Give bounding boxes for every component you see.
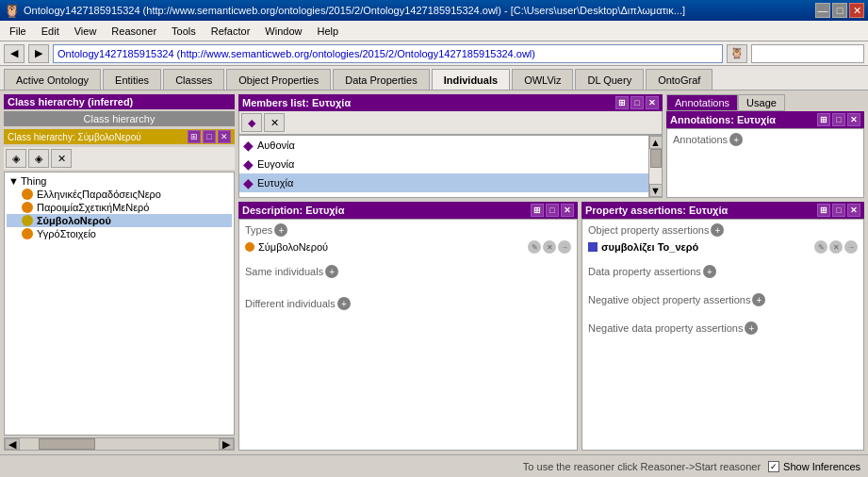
ann-icon1[interactable]: ⊞ [817, 113, 830, 126]
add-object-prop-button[interactable]: + [711, 223, 724, 237]
add-class-button[interactable]: ◈ [6, 149, 26, 168]
show-inferences-checkbox[interactable] [768, 461, 779, 472]
tab-usage[interactable]: Usage [738, 94, 785, 111]
tab-ontograf[interactable]: OntoGraf [646, 69, 712, 90]
menu-help[interactable]: Help [309, 24, 346, 39]
subclass-icon: ◈ [35, 153, 42, 165]
tab-annotations[interactable]: Annotations [666, 94, 738, 111]
scroll-up-icon: ▲ [650, 137, 661, 148]
bottom-right: Description: Ευτυχία ⊞ □ ✕ Types + Σύμβο… [238, 202, 864, 451]
menu-view[interactable]: View [67, 24, 105, 39]
class-hierarchy-icon2[interactable]: □ [203, 130, 216, 143]
tree-item-2[interactable]: ΣύμβολοΝερού [7, 214, 232, 227]
add-neg-data-button[interactable]: + [745, 321, 758, 335]
desc-icon2[interactable]: □ [546, 204, 559, 217]
add-data-prop-button[interactable]: + [703, 265, 716, 278]
menu-edit[interactable]: Edit [34, 24, 67, 39]
forward-button[interactable]: ▶ [28, 44, 49, 63]
type-delete-button[interactable]: ✕ [543, 240, 556, 254]
tab-object-properties[interactable]: Object Properties [226, 69, 331, 90]
scroll-down-icon: ▼ [650, 185, 661, 196]
delete-icon: ✕ [57, 153, 66, 165]
titlebar: 🦉 Ontology1427185915324 (http://www.sema… [0, 0, 868, 21]
member-item-1[interactable]: ◆ Ευγονία [239, 155, 648, 173]
type-nav-button[interactable]: → [558, 240, 571, 254]
members-scrollbar[interactable]: ▲ ▼ [648, 136, 662, 197]
minimize-button[interactable]: — [815, 3, 830, 18]
address-input[interactable] [53, 44, 723, 63]
class-hierarchy-icon3[interactable]: ✕ [218, 130, 231, 143]
members-icon1[interactable]: ⊞ [615, 96, 629, 109]
data-prop-section: Data property assertions + [584, 263, 861, 280]
annotations-content: Annotations + [666, 128, 864, 198]
tab-classes[interactable]: Classes [163, 69, 224, 90]
menu-refactor[interactable]: Refactor [204, 24, 258, 39]
add-same-button[interactable]: + [325, 265, 338, 278]
prop-edit-button[interactable]: ✎ [814, 240, 827, 254]
menu-window[interactable]: Window [257, 24, 309, 39]
member-diamond-icon: ◆ [243, 138, 254, 153]
ann-icon3[interactable]: ✕ [847, 113, 860, 126]
scroll-left-btn[interactable]: ◀ [5, 438, 20, 450]
prop-icon2[interactable]: □ [832, 204, 845, 217]
ann-icon2[interactable]: □ [832, 113, 845, 126]
prop-delete-button[interactable]: ✕ [829, 240, 843, 254]
scroll-right-btn[interactable]: ▶ [219, 438, 234, 450]
scroll-thumb-v[interactable] [650, 149, 662, 168]
add-different-button[interactable]: + [337, 297, 351, 310]
tree-item-3[interactable]: ΥγρόΣτοιχείο [7, 227, 232, 240]
owl-search-button[interactable]: 🦉 [727, 44, 747, 63]
tab-owlviz[interactable]: OWLViz [512, 69, 573, 90]
members-icon3[interactable]: ✕ [646, 96, 659, 109]
scroll-thumb-h[interactable] [39, 438, 95, 450]
close-button[interactable]: ✕ [849, 3, 864, 18]
maximize-button[interactable]: □ [832, 3, 847, 18]
app-icon: 🦉 [4, 3, 20, 18]
menu-tools[interactable]: Tools [164, 24, 204, 39]
tree-item-thing[interactable]: ▼ Thing [7, 174, 232, 188]
member-item-0[interactable]: ◆ Αυθονία [239, 136, 648, 155]
prop-icon3[interactable]: ✕ [847, 204, 860, 217]
members-delete-button[interactable]: ✕ [264, 113, 285, 132]
back-button[interactable]: ◀ [4, 44, 25, 63]
menu-file[interactable]: File [2, 24, 34, 39]
scroll-left-icon: ◀ [8, 438, 16, 451]
add-neg-object-button[interactable]: + [752, 293, 765, 306]
type-item[interactable]: ΣύμβολοΝερού ✎ ✕ → [241, 238, 575, 255]
add-type-button[interactable]: + [274, 223, 287, 237]
prop-assertion-item[interactable]: συμβολίζει Το_νερό ✎ ✕ → [584, 238, 861, 255]
prop-icon1[interactable]: ⊞ [817, 204, 830, 217]
delete-class-button[interactable]: ✕ [51, 149, 72, 168]
search-input[interactable] [751, 44, 864, 63]
tree-item-1[interactable]: ΠαροιμίαΣχετικήΜεΝερό [7, 201, 232, 214]
menu-reasoner[interactable]: Reasoner [104, 24, 164, 39]
prop-nav-button[interactable]: → [844, 240, 858, 254]
members-icon2[interactable]: □ [631, 96, 644, 109]
tab-dl-query[interactable]: DL Query [575, 69, 644, 90]
members-add-button[interactable]: ◆ [241, 113, 262, 132]
scroll-down-btn[interactable]: ▼ [649, 184, 663, 197]
scroll-track [649, 149, 663, 184]
member-item-2[interactable]: ◆ Ευτυχία [239, 173, 648, 192]
desc-icon3[interactable]: ✕ [561, 204, 574, 217]
tab-active-ontology[interactable]: Active Ontology [4, 69, 101, 90]
scroll-right-icon: ▶ [222, 438, 230, 451]
tree-item-0[interactable]: ΕλληνικέςΠαραδόσειςΝερο [7, 188, 232, 201]
members-toolbar: ◆ ✕ [238, 111, 663, 135]
close-icon: ✕ [853, 5, 861, 17]
tab-individuals[interactable]: Individuals [432, 69, 510, 90]
class-hierarchy-icon1[interactable]: ⊞ [188, 130, 201, 143]
tab-data-properties[interactable]: Data Properties [333, 69, 429, 90]
add-annotation-button[interactable]: + [729, 133, 743, 146]
tab-entities[interactable]: Entities [103, 69, 161, 90]
type-bullet-icon [245, 242, 254, 252]
desc-icon1[interactable]: ⊞ [531, 204, 544, 217]
back-icon: ◀ [10, 47, 18, 59]
scroll-up-btn[interactable]: ▲ [649, 136, 663, 149]
add-subclass-button[interactable]: ◈ [28, 149, 49, 168]
bullet-orange-icon [22, 228, 33, 239]
type-edit-button[interactable]: ✎ [528, 240, 541, 254]
class-tree: ▼ Thing ΕλληνικέςΠαραδόσειςΝερο Παροιμία… [4, 172, 235, 436]
horizontal-scrollbar[interactable]: ◀ ▶ [4, 437, 235, 451]
neg-data-prop-section: Negative data property assertions + [584, 320, 861, 337]
